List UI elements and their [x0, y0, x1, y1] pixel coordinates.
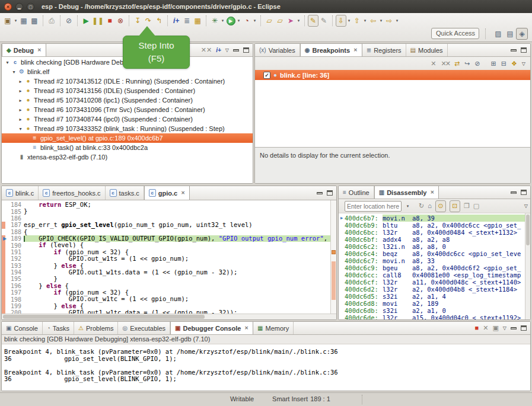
disassembly-scrollbar[interactable]: [525, 213, 530, 319]
tree-expander-icon[interactable]: ▸: [17, 88, 24, 94]
line-number[interactable]: 186: [9, 215, 24, 222]
annotation-ruler-cell[interactable]: [2, 263, 9, 269]
overview-change-mark[interactable]: [332, 261, 336, 300]
remove-launch-icon[interactable]: ✕: [483, 325, 488, 331]
debug-tree-item[interactable]: ▸●Thread #3 1073413156 (IDLE) (Suspended…: [2, 86, 253, 95]
remove-breakpoint-icon[interactable]: ✕: [431, 60, 436, 67]
annotation-ruler-cell[interactable]: [2, 309, 9, 314]
console-output[interactable]: Breakpoint 4, blink_task (pvParameter=0x…: [2, 345, 530, 391]
open-perspective-button[interactable]: ▨: [492, 28, 504, 40]
tab-memory[interactable]: ▦Memory: [253, 322, 294, 334]
minimize-icon[interactable]: [233, 49, 239, 52]
asm-row[interactable]: 400dc6bc:l32ra8, 0x400d0484 <_stext+1132…: [339, 229, 525, 236]
run-button[interactable]: ▶: [225, 15, 236, 27]
scrollbar-thumb[interactable]: [526, 215, 530, 245]
tab-executables[interactable]: ◎Executables: [118, 322, 170, 334]
asm-row[interactable]: 400dc6b9:bltua8, a2, 0x400dc6cc <gpio_se…: [339, 222, 525, 229]
tab-tasks-c[interactable]: ctasks.c: [106, 186, 144, 200]
annotation-ruler-cell[interactable]: ▶: [2, 235, 9, 242]
tab-tasks[interactable]: ◔Tasks: [43, 322, 74, 334]
tab-disassembly[interactable]: ▥Disassembly✕: [374, 186, 439, 199]
pin-console-icon[interactable]: ▣: [492, 325, 498, 331]
annotation-ruler-cell[interactable]: [2, 289, 9, 296]
code-text[interactable]: return ESP_OK;: [24, 202, 330, 208]
back-button-dropdown-icon[interactable]: ▾: [378, 18, 384, 23]
line-number[interactable]: 185: [9, 209, 24, 215]
terminate-button[interactable]: ■: [104, 15, 115, 27]
scrollbar-thumb[interactable]: [3, 315, 205, 319]
tab-blink-c[interactable]: cblink.c: [2, 186, 39, 200]
debug-tree-item[interactable]: ▸●Thread #2 1073413512 (IDLE : Running) …: [2, 76, 253, 86]
asm-row[interactable]: 400dc6c9:bgeua8, a2, 0x400dc6f2 <gpio_se…: [339, 264, 525, 271]
step-over-button[interactable]: ↷: [143, 15, 154, 27]
next-annotation-button[interactable]: ⇩: [336, 15, 346, 27]
go-to-file-icon[interactable]: ↪: [464, 60, 470, 67]
tab-close-icon[interactable]: ✕: [181, 190, 185, 196]
view-menu-icon[interactable]: ▽: [503, 325, 506, 331]
tree-expander-icon[interactable]: ▾: [11, 69, 17, 75]
remove-all-terminated-icon[interactable]: ✕✕: [201, 47, 212, 53]
annotation-ruler-cell[interactable]: [2, 222, 9, 228]
step-return-button[interactable]: ↰: [154, 15, 164, 27]
annotation-ruler-cell[interactable]: [2, 276, 9, 282]
view-menu-icon[interactable]: ▽: [225, 47, 229, 53]
maximize-icon[interactable]: [327, 190, 333, 196]
asm-row[interactable]: 400dc6d2:l32ra2, 0x400d04b8 <_stext+1184…: [339, 286, 525, 293]
line-number[interactable]: 191: [9, 249, 24, 255]
window-maximize-button[interactable]: ▢: [27, 3, 34, 11]
tree-expander-icon[interactable]: ▸: [17, 107, 24, 113]
location-dropdown-icon[interactable]: ▾: [405, 204, 410, 209]
tab-variables[interactable]: (x)Variables: [255, 44, 300, 56]
debug-tree-item[interactable]: ▾●Thread #9 1073433352 (blink_task : Run…: [2, 124, 253, 133]
maximize-icon[interactable]: [243, 47, 249, 53]
window-minimize-button[interactable]: ▂: [15, 3, 23, 11]
refresh-icon[interactable]: ↻: [419, 203, 424, 209]
tree-expander-icon[interactable]: ▸: [17, 79, 24, 84]
annotation-ruler-cell[interactable]: [2, 208, 9, 215]
save-all-button[interactable]: ▩: [29, 15, 40, 27]
line-number[interactable]: 192: [9, 255, 24, 262]
tab-close-icon[interactable]: ✕: [430, 190, 434, 195]
expand-all-icon[interactable]: ⊞: [491, 60, 496, 67]
asm-row[interactable]: 400dc6c7:movi.na8, 33: [339, 257, 525, 264]
view-menu-icon[interactable]: ▽: [524, 203, 528, 209]
open-element-button[interactable]: ▱: [264, 15, 275, 27]
minimize-icon[interactable]: [511, 49, 517, 52]
previous-annotation-button[interactable]: ⇧: [352, 15, 362, 27]
asm-row[interactable]: 400dc6c4:beqza8, 0x400dc6cc <gpio_set_le…: [339, 250, 525, 257]
maximize-icon[interactable]: [521, 325, 527, 331]
code-text[interactable]: }: [24, 208, 330, 215]
tab-freertos-hooks-c[interactable]: cfreertos_hooks.c: [39, 186, 105, 200]
line-number[interactable]: 194: [9, 269, 24, 276]
line-number[interactable]: 198: [9, 296, 24, 303]
editor-horizontal-scrollbar[interactable]: [2, 314, 336, 319]
home-icon[interactable]: ⌂: [428, 203, 432, 209]
tab-problems[interactable]: ⚠Problems: [74, 322, 118, 334]
line-number[interactable]: 188: [9, 229, 24, 235]
debug-tree-item[interactable]: ▸●Thread #5 1073410208 (ipc1) (Suspended…: [2, 95, 253, 105]
instruction-step-mode-icon[interactable]: i+: [216, 47, 221, 53]
suspend-button[interactable]: ❚❚: [91, 15, 104, 27]
asm-row[interactable]: 400dc6bf:addx4a8, a2, a8: [339, 236, 525, 243]
asm-row[interactable]: 400dc6cf:l32ra11, 0x400d048c <_stext+114…: [339, 279, 525, 286]
maximize-icon[interactable]: [521, 190, 527, 195]
tab-console[interactable]: ▣Console: [2, 322, 43, 334]
debug-tree-item[interactable]: ≡blink_task() at blink.c:33 0x400dbc2a: [2, 143, 253, 152]
tree-expander-icon[interactable]: ▸: [17, 98, 24, 103]
new-view-icon[interactable]: ❐: [464, 203, 470, 209]
mark-occurrences-button[interactable]: ✎: [308, 15, 318, 27]
resume-button[interactable]: ▶: [81, 15, 91, 27]
next-annotation-button-dropdown-icon[interactable]: ▾: [346, 18, 352, 23]
terminate-console-icon[interactable]: ■: [475, 325, 479, 331]
tab-breakpoints[interactable]: ◉Breakpoints✕: [300, 44, 362, 56]
location-input[interactable]: [345, 201, 402, 212]
code-text[interactable]: }: [24, 276, 330, 282]
skip-all-breakpoints-icon[interactable]: ⊘: [474, 60, 480, 67]
line-number[interactable]: 196: [9, 283, 24, 289]
remove-all-breakpoints-icon[interactable]: ✕✕: [441, 60, 449, 67]
pin-editor-button[interactable]: ✎: [318, 15, 329, 27]
tab-close-icon[interactable]: ✕: [37, 47, 42, 53]
sync-pc-icon[interactable]: ⊙: [435, 200, 446, 212]
annotation-ruler-cell[interactable]: [2, 296, 9, 302]
annotation-ruler-cell[interactable]: [2, 215, 9, 222]
